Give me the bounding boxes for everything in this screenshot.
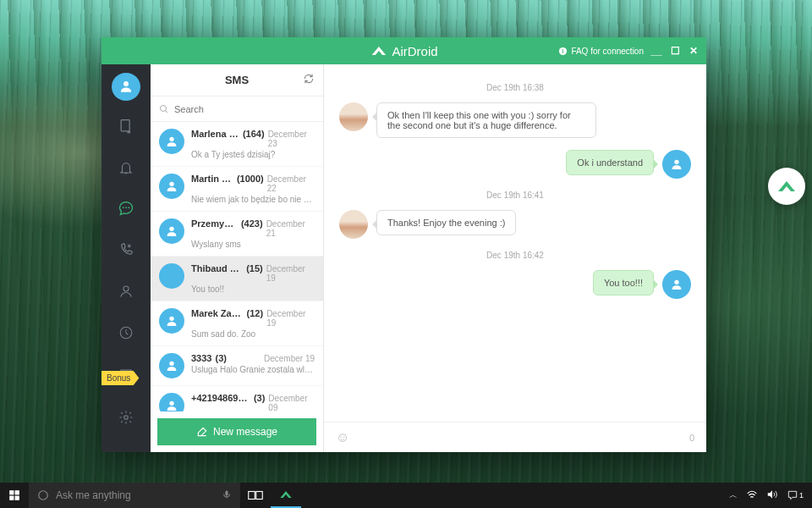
cortana-search[interactable]: Ask me anything bbox=[29, 483, 240, 508]
floating-airdroid-button[interactable] bbox=[768, 168, 805, 205]
conversation-list[interactable]: Marlena B...(164)December 23 Ok a Ty jes… bbox=[151, 122, 323, 411]
conversation-preview: Wyslany sms bbox=[191, 240, 315, 249]
chat-message: Thanks! Enjoy the evening :) bbox=[339, 210, 691, 239]
svg-rect-23 bbox=[9, 496, 14, 500]
cortana-icon bbox=[37, 489, 49, 501]
conversation-date: December 23 bbox=[268, 130, 315, 148]
conversation-item[interactable]: Przemysł...(423)December 21 Wyslany sms bbox=[151, 212, 323, 257]
minimize-button[interactable]: __ bbox=[650, 45, 662, 57]
dock-settings[interactable] bbox=[110, 401, 142, 433]
person-outline-icon bbox=[118, 284, 134, 299]
maximize-button[interactable]: ☐ bbox=[669, 45, 681, 57]
airdroid-icon bbox=[776, 176, 797, 196]
conversation-item[interactable]: Thibaud M...(15)December 19 You too!! bbox=[151, 257, 323, 301]
conversation-name: 3333 bbox=[191, 353, 211, 363]
chat-timestamp: Dec 19th 16:42 bbox=[339, 251, 691, 260]
chat-input-bar: ☺ 0 bbox=[324, 422, 706, 452]
windows-taskbar: Ask me anything ︿ 1 bbox=[0, 483, 812, 508]
dock-contacts[interactable] bbox=[110, 275, 142, 306]
taskbar-airdroid[interactable] bbox=[271, 483, 301, 508]
emoji-button[interactable]: ☺ bbox=[336, 430, 349, 445]
svg-rect-28 bbox=[256, 492, 263, 500]
conversation-name: +4219486917... bbox=[191, 393, 250, 403]
chat-timestamp: Dec 19th 16:38 bbox=[339, 83, 691, 92]
dock-history[interactable] bbox=[110, 317, 142, 349]
message-count: (12) bbox=[247, 308, 264, 318]
search-bar[interactable] bbox=[151, 97, 323, 122]
avatar bbox=[159, 353, 184, 378]
conversation-date: December 19 bbox=[266, 309, 315, 328]
start-button[interactable] bbox=[0, 483, 29, 508]
svg-rect-3 bbox=[121, 120, 129, 131]
svg-rect-27 bbox=[249, 492, 255, 500]
conversation-name: Przemysł... bbox=[191, 218, 238, 229]
avatar bbox=[159, 218, 184, 244]
bonus-badge[interactable]: Bonus bbox=[102, 371, 139, 385]
svg-point-10 bbox=[124, 416, 129, 420]
airdroid-logo-icon bbox=[370, 42, 387, 59]
sidebar-header: SMS bbox=[151, 64, 323, 97]
svg-point-14 bbox=[169, 227, 173, 231]
tray-chevron-icon[interactable]: ︿ bbox=[729, 489, 738, 501]
conversation-item[interactable]: Marek Zaw...(12)December 19 Sum sad do. … bbox=[151, 301, 323, 346]
conversation-item[interactable]: +4219486917...(3)December 09 Kierowca od… bbox=[151, 386, 323, 411]
compose-icon bbox=[196, 426, 208, 438]
chat-scroll[interactable]: Dec 19th 16:38Ok then I'll keep this one… bbox=[324, 64, 706, 422]
tray-volume-icon[interactable] bbox=[766, 489, 778, 501]
message-count: (3) bbox=[215, 353, 226, 363]
avatar bbox=[159, 308, 184, 334]
dock-sms[interactable] bbox=[110, 193, 142, 224]
conversation-name: Marlena B... bbox=[191, 129, 239, 139]
svg-point-25 bbox=[39, 491, 48, 500]
task-view-icon bbox=[248, 489, 263, 501]
svg-point-5 bbox=[125, 207, 127, 209]
message-avatar bbox=[339, 102, 368, 131]
conversation-date: December 21 bbox=[266, 219, 315, 238]
conversation-item[interactable]: Martin K...(1000)December 22 Nie wiem ja… bbox=[151, 167, 323, 212]
message-bubble: Ok i understand bbox=[566, 150, 654, 175]
mic-icon[interactable] bbox=[222, 488, 232, 503]
dock-files[interactable] bbox=[110, 111, 142, 142]
profile-button[interactable] bbox=[112, 73, 140, 101]
search-input[interactable] bbox=[174, 104, 315, 114]
conversation-preview: Sum sad do. Zoo bbox=[191, 329, 315, 339]
svg-point-6 bbox=[129, 207, 130, 209]
system-tray: ︿ 1 bbox=[729, 489, 812, 501]
conversation-date: December 09 bbox=[268, 394, 315, 411]
svg-rect-21 bbox=[9, 490, 14, 494]
message-bubble: You too!!! bbox=[593, 270, 654, 295]
svg-point-19 bbox=[674, 160, 678, 164]
message-icon bbox=[118, 200, 134, 217]
person-icon bbox=[118, 79, 134, 94]
tray-network-icon[interactable] bbox=[746, 489, 758, 501]
conversation-sidebar: SMS Marlena B...(164)December 23 Ok a Ty… bbox=[151, 64, 324, 452]
svg-point-7 bbox=[123, 286, 129, 291]
info-icon: i bbox=[558, 47, 568, 56]
app-brand: AirDroid bbox=[370, 42, 437, 59]
conversation-date: December 22 bbox=[267, 174, 315, 193]
svg-point-16 bbox=[169, 362, 173, 366]
svg-point-4 bbox=[123, 207, 124, 209]
tray-notifications-icon[interactable]: 1 bbox=[787, 489, 804, 501]
close-button[interactable]: ✕ bbox=[688, 45, 700, 57]
task-view-button[interactable] bbox=[240, 483, 271, 508]
conversation-item[interactable]: 3333(3)December 19 Usluga Halo Granie zo… bbox=[151, 346, 323, 386]
conversation-preview: Nie wiem jak to będzie bo nie mam ... bbox=[191, 195, 315, 204]
conversation-item[interactable]: Marlena B...(164)December 23 Ok a Ty jes… bbox=[151, 122, 323, 167]
refresh-button[interactable] bbox=[303, 73, 315, 88]
new-message-button[interactable]: New message bbox=[157, 418, 316, 445]
app-name: AirDroid bbox=[392, 44, 437, 58]
clock-icon bbox=[118, 325, 134, 340]
file-transfer-icon bbox=[118, 118, 134, 135]
search-icon bbox=[159, 104, 169, 114]
dock-calls[interactable] bbox=[110, 235, 142, 266]
conversation-preview: Ok a Ty jesteś dzisiaj? bbox=[191, 150, 315, 159]
title-bar: AirDroid i FAQ for connection __ ☐ ✕ bbox=[102, 37, 706, 64]
chat-message: You too!!! bbox=[339, 270, 691, 299]
airdroid-window: AirDroid i FAQ for connection __ ☐ ✕ bbox=[102, 37, 706, 452]
chat-pane: Dec 19th 16:38Ok then I'll keep this one… bbox=[324, 64, 706, 452]
message-count: (15) bbox=[246, 263, 263, 273]
faq-link[interactable]: i FAQ for connection bbox=[558, 47, 644, 56]
chat-message: Ok i understand bbox=[339, 150, 691, 179]
dock-notifications[interactable] bbox=[110, 152, 142, 183]
